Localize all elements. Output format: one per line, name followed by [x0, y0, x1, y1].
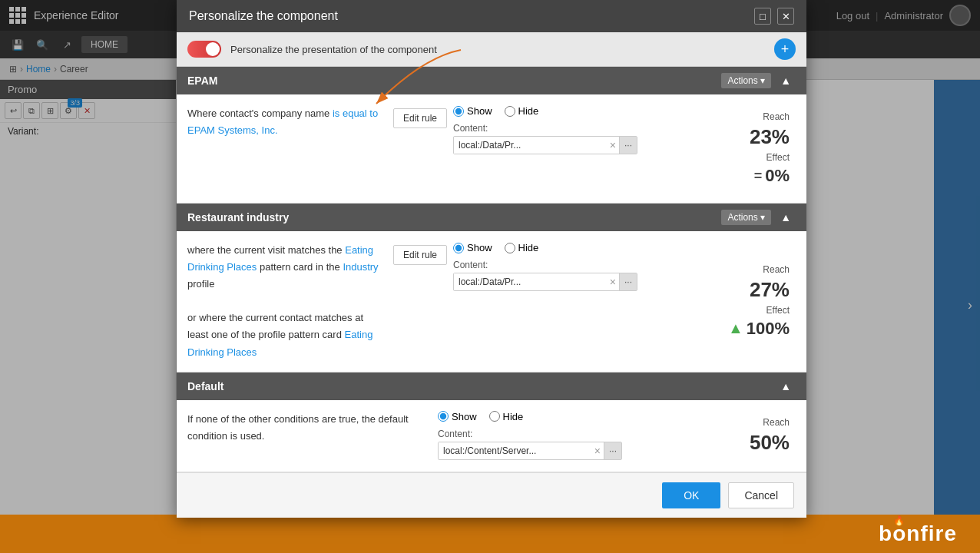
- restaurant-actions-button[interactable]: Actions ▾: [721, 210, 771, 225]
- dialog-controls: □ ✕: [754, 8, 794, 25]
- dialog-body: EPAM Actions ▾ ▲ Where contact's company…: [177, 67, 806, 472]
- default-content-area: Content: × ···: [438, 429, 684, 460]
- epam-show-radio[interactable]: Show: [453, 105, 492, 117]
- restaurant-effect-label: Effect: [766, 305, 790, 316]
- epam-stats: Reach 23% Effect = 0%: [711, 105, 796, 192]
- dialog-footer: OK Cancel: [177, 472, 806, 518]
- default-section: Default ▲ If none of the other condition…: [177, 373, 806, 472]
- epam-section: EPAM Actions ▾ ▲ Where contact's company…: [177, 67, 806, 204]
- default-reach-label: Reach: [763, 417, 790, 428]
- restaurant-content-field-row: × ···: [453, 273, 699, 291]
- epam-content-field-row: × ···: [453, 136, 699, 154]
- default-content-field-row: × ···: [438, 442, 684, 460]
- add-condition-button[interactable]: +: [774, 38, 796, 60]
- default-stats: Reach 50%: [711, 411, 796, 461]
- dialog-title-bar: Personalize the component □ ✕: [177, 0, 806, 32]
- ok-button[interactable]: OK: [662, 482, 720, 508]
- default-hide-radio[interactable]: Hide: [489, 411, 524, 422]
- restaurant-field-clear-button[interactable]: ×: [607, 276, 619, 288]
- epam-section-body: Where contact's company name is equal to…: [177, 94, 806, 203]
- restaurant-section: Restaurant industry Actions ▾ ▲ where th…: [177, 204, 806, 373]
- default-section-body: If none of the other conditions are true…: [177, 400, 806, 472]
- restaurant-radio-row: Show Hide: [453, 242, 699, 253]
- restaurant-content-label: Content: × ···: [453, 260, 699, 291]
- bonfire-logo: b o 🔥 nfire: [879, 522, 957, 546]
- close-button[interactable]: ✕: [777, 8, 794, 25]
- restaurant-hide-radio[interactable]: Hide: [505, 242, 539, 253]
- restaurant-content-field[interactable]: [454, 273, 607, 290]
- restaurant-controls: Show Hide Content:: [453, 242, 699, 291]
- toggle-knob: [206, 42, 220, 56]
- default-field-more-button[interactable]: ···: [604, 442, 621, 459]
- restaurant-effect-val: ▲ 100%: [728, 319, 790, 339]
- epam-section-actions: Actions ▾ ▲: [721, 73, 796, 88]
- epam-effect-val: = 0%: [754, 166, 790, 186]
- epam-hide-radio[interactable]: Hide: [505, 105, 539, 117]
- epam-field-clear-button[interactable]: ×: [607, 139, 619, 151]
- restaurant-section-actions: Actions ▾ ▲: [721, 210, 796, 225]
- cancel-button[interactable]: Cancel: [728, 482, 794, 508]
- default-section-actions: ▲: [776, 379, 796, 394]
- restaurant-field-more-button[interactable]: ···: [619, 273, 637, 290]
- bonfire-o: o 🔥: [892, 522, 906, 546]
- epam-actions-button[interactable]: Actions ▾: [721, 73, 771, 88]
- default-reach-pct: 50%: [750, 431, 790, 455]
- default-collapse-button[interactable]: ▲: [776, 379, 796, 394]
- restaurant-edit-rule-button[interactable]: Edit rule: [393, 245, 447, 265]
- restaurant-content-field-wrap: × ···: [453, 273, 637, 291]
- dialog-title: Personalize the component: [189, 9, 338, 23]
- default-section-header: Default ▲: [177, 373, 806, 400]
- restaurant-reach-label: Reach: [763, 264, 790, 275]
- restaurant-section-header: Restaurant industry Actions ▾ ▲: [177, 204, 806, 231]
- default-controls: Show Hide Content:: [438, 411, 684, 460]
- epam-radio-row: Show Hide: [453, 105, 699, 117]
- maximize-button[interactable]: □: [754, 8, 771, 25]
- default-content-field[interactable]: [439, 442, 591, 459]
- epam-section-header: EPAM Actions ▾ ▲: [177, 67, 806, 94]
- epam-effect-label: Effect: [766, 152, 790, 163]
- personalize-toggle[interactable]: [187, 41, 221, 58]
- epam-condition-text: Where contact's company name is equal to…: [187, 105, 381, 192]
- restaurant-condition-text: where the current visit matches the Eati…: [187, 242, 381, 361]
- restaurant-effect-sign: ▲: [728, 320, 743, 337]
- default-field-clear-button[interactable]: ×: [591, 445, 604, 457]
- restaurant-show-radio[interactable]: Show: [453, 242, 492, 253]
- epam-reach-label: Reach: [763, 111, 790, 122]
- restaurant-section-body: where the current visit matches the Eati…: [177, 231, 806, 372]
- epam-reach-pct: 23%: [750, 125, 790, 149]
- epam-title: EPAM: [187, 75, 217, 87]
- epam-effect-pct: 0%: [765, 166, 790, 186]
- epam-effect-sign: =: [754, 168, 763, 184]
- epam-content-label: Content: × ···: [453, 123, 699, 154]
- default-content-field-wrap: × ···: [438, 442, 622, 460]
- toggle-bar: Personalize the presentation of the comp…: [177, 32, 806, 67]
- restaurant-title: Restaurant industry: [187, 211, 289, 224]
- default-condition-text: If none of the other conditions are true…: [187, 411, 425, 461]
- restaurant-collapse-button[interactable]: ▲: [776, 210, 796, 225]
- epam-edit-rule-button[interactable]: Edit rule: [393, 108, 447, 128]
- epam-field-more-button[interactable]: ···: [619, 137, 637, 154]
- epam-controls: Show Hide Content:: [453, 105, 699, 154]
- default-title: Default: [187, 380, 223, 392]
- personalize-dialog: Personalize the component □ ✕ Personaliz…: [177, 0, 806, 518]
- default-show-radio[interactable]: Show: [438, 411, 477, 422]
- default-radio-row: Show Hide: [438, 411, 684, 422]
- restaurant-reach-pct: 27%: [750, 278, 790, 302]
- restaurant-effect-pct: 100%: [747, 319, 790, 339]
- restaurant-stats: Reach 27% Effect ▲ 100%: [711, 242, 796, 361]
- epam-content-field-wrap: × ···: [453, 136, 637, 154]
- bottom-footer: b o 🔥 nfire: [0, 515, 980, 553]
- epam-collapse-button[interactable]: ▲: [776, 73, 796, 88]
- restaurant-link2[interactable]: Industry: [343, 261, 378, 273]
- toggle-label: Personalize the presentation of the comp…: [230, 44, 437, 55]
- epam-content-field[interactable]: [454, 137, 607, 154]
